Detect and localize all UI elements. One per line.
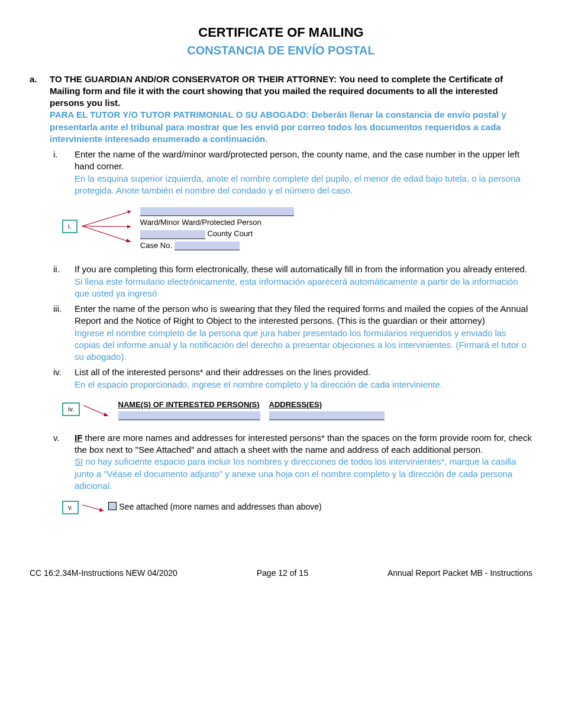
marker-ii: ii. [53, 263, 75, 299]
title-en: CERTIFICATE OF MAILING [30, 24, 532, 41]
v-en-rest: there are more names and addresses for i… [75, 433, 532, 455]
snip-iv-h2: ADDRESS(ES) [269, 400, 393, 410]
item-iv: iv. List all of the interested persons* … [53, 366, 532, 391]
ii-es: Si llena este formulario electrónicament… [75, 276, 518, 298]
item-i: i. Enter the name of the ward/minor ward… [53, 149, 532, 197]
i-es: En la esquina superior izquierda, anote … [75, 173, 521, 195]
snip-i-l2: County Court [207, 229, 253, 238]
snip-iv-h1: NAME(S) OF INTERESTED PERSON(S) [118, 400, 269, 410]
ii-en: If you are completing this form electron… [75, 264, 527, 274]
title-es: CONSTANCIA DE ENVÍO POSTAL [30, 43, 532, 59]
arrow-icon [81, 501, 106, 514]
snippet-i: i. Ward/Minor Ward/Protected Person Coun… [62, 205, 532, 252]
snippet-v: v. See attached (more names and addresse… [62, 501, 532, 514]
item-a: a. TO THE GUARDIAN AND/OR CONSERVATOR OR… [30, 73, 532, 146]
svg-line-0 [82, 211, 131, 226]
snip-i-l3: Case No. [140, 241, 172, 250]
v-si: SI [75, 456, 83, 466]
svg-marker-5 [126, 239, 131, 242]
footer-right: Annual Report Packet MB - Instructions [387, 568, 532, 579]
snip-i-l1: Ward/Minor Ward/Protected Person [140, 218, 261, 227]
callout-iv-tag: iv. [62, 402, 80, 416]
marker-iv: iv. [53, 366, 75, 391]
marker-a: a. [30, 73, 50, 146]
marker-v: v. [53, 432, 75, 492]
item-iii: iii. Enter the name of the person who is… [53, 303, 532, 363]
footer-left: CC 16:2.34M-Instructions NEW 04/2020 [30, 568, 177, 579]
callout-v-tag: v. [62, 501, 79, 514]
iii-es: Ingrese el nombre completo de la persona… [75, 328, 527, 362]
page-footer: CC 16:2.34M-Instructions NEW 04/2020 Pag… [30, 568, 532, 579]
svg-line-2 [82, 226, 131, 227]
iv-en: List all of the interested persons* and … [75, 367, 370, 377]
a-en-lead: TO THE GUARDIAN AND/OR CONSERVATOR OR TH… [50, 74, 337, 84]
checkbox-icon [108, 502, 117, 510]
v-if: IF [75, 433, 82, 443]
item-ii: ii. If you are completing this form elec… [53, 263, 532, 299]
iv-es: En el espacio proporcionado, ingrese el … [75, 379, 443, 389]
a-es: PARA EL TUTOR Y/O TUTOR PATRIMONIAL O SU… [50, 109, 506, 144]
item-v: v. IF there are more names and addresses… [53, 432, 532, 492]
v-es-rest: no hay suficiente espacio para incluir l… [75, 456, 516, 491]
snip-v-label: See attached (more names and addresses t… [119, 502, 321, 512]
marker-iii: iii. [53, 303, 75, 363]
marker-i: i. [53, 149, 75, 197]
iii-en: Enter the name of the person who is swea… [75, 304, 528, 326]
svg-marker-7 [104, 413, 108, 416]
snippet-iv: iv. NAME(S) OF INTERESTED PERSON(S) ADDR… [62, 400, 532, 420]
svg-marker-3 [127, 225, 131, 228]
footer-center: Page 12 of 15 [257, 568, 308, 579]
arrow-icon [80, 205, 133, 247]
svg-line-4 [82, 226, 131, 242]
arrow-icon [82, 400, 111, 420]
i-en: Enter the name of the ward/minor ward/pr… [75, 149, 519, 171]
callout-i-tag: i. [62, 220, 77, 233]
svg-marker-9 [99, 508, 104, 512]
